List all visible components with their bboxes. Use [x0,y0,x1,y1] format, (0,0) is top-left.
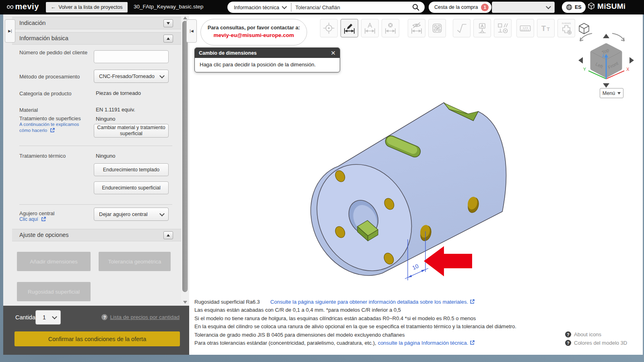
meviy-logo-icon: ∞ [6,1,14,12]
price-list-link[interactable]: ? Lista de precios por cantidad [101,314,180,320]
model-notes: Rugosidad superficial Ra6.3Consulte la p… [194,298,625,347]
center-hole-select[interactable]: Dejar agujero central [94,208,169,221]
sidebar-collapse-button[interactable]: ▶| [5,19,15,43]
dimension-change-dialog: Cambio de dimensiones ✕ Haga clic para d… [194,47,340,72]
triangle-down-icon [617,92,621,95]
meviy-logo[interactable]: ∞ meviy [6,1,39,12]
search-category-select[interactable]: Información técnica [227,2,291,13]
surface-roughness-button[interactable]: Rugosidad superficial [17,282,91,301]
scrollbar-thumb[interactable] [182,21,188,292]
edit-dimension-icon [343,22,355,34]
contact-email[interactable]: meviy-eu@misumi-europe.com [201,32,307,38]
triangle-down-icon [167,22,170,25]
hole-group-button[interactable] [428,19,446,37]
chevron-down-icon [159,211,165,216]
quantity-select[interactable]: 1 [35,310,61,325]
geometric-tolerance-label: Tolerancia geométrica [108,259,161,265]
note-link-text: consulte la página Información técnica. [378,340,469,346]
language-selector[interactable]: ES [562,2,586,13]
six-views-icon: 6VIEWS [560,21,573,35]
back-arrow-icon: ← [51,4,56,10]
about-icons-link[interactable]: ? About icons [565,331,601,337]
collapse-toggle-button[interactable] [163,19,173,27]
center-hole-link-text: Clic aquí [19,216,38,222]
delete-dimension-button[interactable] [382,19,399,37]
application-window: ∞ meviy ← Volver a la lista de proyectos… [0,0,644,362]
surface-hardening-button[interactable]: Endurecimiento superficial [94,181,169,194]
help-icon: ? [101,314,107,320]
surface-hardening-label: Endurecimiento superficial [102,185,160,191]
cart-button[interactable]: Cesta de la compra 1 [429,2,491,13]
section-header-informacion-basica[interactable]: Información básica [12,32,181,45]
order-number-input[interactable] [94,50,169,63]
scroll-up-icon[interactable] [183,16,187,19]
dimension-list-icon: 123 [519,22,531,34]
text-size-button[interactable]: T T [537,19,555,37]
surface-roughness-label: Rugosidad superficial [28,289,80,295]
technical-info-link[interactable]: consulte la página Información técnica. [378,340,475,346]
search-input[interactable] [291,4,412,10]
search-category-value: Información técnica [234,4,279,10]
model-colors-label: Colores del modelo 3D [574,340,627,346]
help-icon: ? [565,340,571,346]
chevron-down-icon [546,4,551,9]
model-colors-link[interactable]: ? Colores del modelo 3D [565,340,627,346]
confirm-offer-button[interactable]: Confirmar las condiciones de la oferta [14,331,180,346]
dimension-point-button[interactable] [320,19,338,37]
topbar: ∞ meviy ← Volver a la lista de proyectos… [0,0,644,14]
note-link-text: Consulte la página siguiente para obtene… [270,299,468,305]
contact-line: Para consultas, por favor contactar a: [201,25,307,31]
edit-dimension-button[interactable] [341,19,358,37]
note-text: Para otras tolerancias estándar (concent… [194,340,376,346]
materials-info-link[interactable]: Consulte la página siguiente para obtene… [270,299,475,305]
viewcube-menu-button[interactable]: Menú [600,88,623,98]
misumi-logo: MiSUMi [588,2,625,11]
through-hardening-label: Endurecimiento templado [103,167,160,173]
misumi-box-icon [588,2,595,10]
surface-help-link[interactable]: A continuación te explicamos [19,122,79,127]
geometric-tolerance-button[interactable]: Tolerancia geométrica [99,252,171,271]
back-to-projects-button[interactable]: ← Volver a la lista de proyectos [46,2,128,12]
section-header-ajuste-opciones[interactable]: Ajuste de opciones [12,229,181,241]
section-title: Indicación [19,17,45,29]
hole-group-icon [431,22,443,34]
add-dimensions-button[interactable]: Añadir dimensiones [17,252,91,271]
center-hole-help-link[interactable]: Clic aquí [19,216,46,222]
scroll-down-icon[interactable] [183,301,187,304]
triangle-up-icon [167,37,170,40]
quote-footer: Cantidad 1 ? Lista de precios por cantid… [3,306,189,355]
svg-text:T: T [547,27,550,32]
note-text: Si el modelo no tiene ranura de holgura,… [194,315,476,321]
section-header-indicacion[interactable]: Indicación [12,17,181,29]
center-hole-label: Agujero central [19,210,54,217]
note-line: Rugosidad superficial Ra6.3Consulte la p… [194,298,625,306]
geometric-tolerance-tool-button[interactable] [494,19,512,37]
sidebar-scrollbar[interactable] [181,14,189,306]
svg-text:123: 123 [522,26,528,30]
collapse-toggle-button[interactable] [163,231,173,239]
processing-method-select[interactable]: CNC-Fresado/Torneado [94,70,169,83]
note-line: Tolerancia de grado medio JIS B 0405 par… [194,331,625,339]
surface-help-text-2: cómo hacerlo [19,128,47,133]
text-dimension-button[interactable] [361,19,379,37]
six-views-label: 6VIEWS [562,22,571,25]
topbar-dropdown[interactable] [492,2,555,13]
six-views-button[interactable]: 6VIEWS [557,19,575,37]
surface-roughness-tool-button[interactable] [453,19,471,37]
surface-help-link-2[interactable]: cómo hacerlo [19,128,55,133]
close-icon[interactable]: ✕ [330,49,336,57]
panel-collapse-button[interactable]: |◀ [186,19,197,43]
change-material-button[interactable]: Cambiar material y tratamiento superfici… [94,124,169,138]
dialog-header[interactable]: Cambio de dimensiones ✕ [195,48,340,58]
heat-treatment-value: Ninguno [96,153,115,159]
heat-treatment-label: Tratamiento térmico [19,152,66,159]
collapse-toggle-button[interactable] [163,35,173,43]
dimension-list-button[interactable]: 123 [516,19,534,37]
search-icon[interactable] [412,3,420,11]
hide-dimension-button[interactable] [408,19,425,37]
product-category-label: Categoría de producto [19,90,71,97]
change-material-label: Cambiar material y tratamiento superfici… [97,125,166,137]
through-hardening-button[interactable]: Endurecimiento templado [94,163,169,176]
cart-count-badge: 1 [481,4,489,11]
datum-button[interactable] [473,19,491,37]
